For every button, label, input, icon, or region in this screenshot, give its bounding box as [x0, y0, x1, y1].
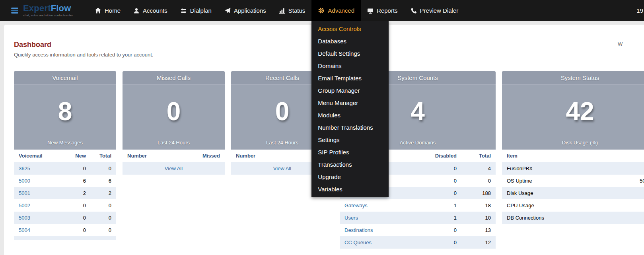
card-missed-calls: Missed Calls0Last 24 HoursNumberMissedVi…	[123, 71, 225, 175]
cell-link-cc-queues[interactable]: CC Queues	[344, 239, 372, 245]
nav-item-label: Applications	[234, 7, 266, 14]
missed-calls-hero: 0Last 24 Hours	[123, 85, 225, 150]
expertflow-logo[interactable]: ExpertFlow chat, voice and video contact…	[0, 0, 78, 21]
dropdown-item-variables[interactable]: Variables	[311, 183, 389, 195]
nav-item-label: Preview Dialer	[420, 7, 459, 14]
gear-icon	[318, 7, 325, 14]
nav-item-label: Reports	[377, 7, 398, 14]
table-cell: 0	[427, 236, 461, 249]
missed-calls-table: NumberMissedView All	[123, 150, 225, 175]
cell-link-gateways[interactable]: Gateways	[344, 202, 368, 208]
missed-calls-value: 0	[167, 83, 181, 140]
table-row: 500400	[14, 224, 116, 236]
dropdown-item-default-settings[interactable]: Default Settings	[311, 47, 389, 60]
nav-item-accounts[interactable]: Accounts	[127, 0, 174, 21]
table-cell: 0	[427, 162, 461, 175]
nav-item-status[interactable]: Status	[272, 0, 312, 21]
column-header: Item	[502, 150, 635, 162]
table-cell: 0	[68, 224, 91, 236]
table-row: CPU Usage	[502, 199, 644, 212]
cell-link-5001[interactable]: 5001	[19, 190, 30, 196]
nav-item-label: Advanced	[328, 7, 354, 14]
send-icon	[224, 8, 231, 14]
column-header: Missed	[196, 150, 225, 162]
cell-link-5004[interactable]: 5004	[19, 227, 30, 233]
cell-link-users[interactable]: Users	[344, 215, 358, 221]
cell-link-5000[interactable]: 5000	[19, 178, 30, 184]
nav-item-reports[interactable]: Reports	[361, 0, 404, 21]
dropdown-item-menu-manager[interactable]: Menu Manager	[311, 97, 389, 109]
dropdown-item-group-manager[interactable]: Group Manager	[311, 84, 389, 97]
dropdown-item-modules[interactable]: Modules	[311, 109, 389, 121]
table-row: Users110	[340, 212, 496, 224]
dropdown-item-sip-profiles[interactable]: SIP Profiles	[311, 146, 389, 158]
table-cell: 13	[461, 224, 496, 236]
recent-calls-view-all-link[interactable]: View All	[273, 165, 291, 171]
nav-item-advanced[interactable]: AdvancedAccess ControlsDatabasesDefault …	[311, 0, 361, 21]
table-cell: 1	[427, 199, 461, 212]
chart-icon	[279, 8, 285, 14]
voicemail-hero: 8New Messages	[14, 85, 116, 150]
table-cell: 0	[91, 199, 116, 212]
navbar: ExpertFlow chat, voice and video contact…	[0, 0, 644, 21]
table-cell	[635, 162, 644, 175]
system-status-value-label: Disk Usage (%)	[562, 140, 598, 146]
missed-calls-value-label: Last 24 Hours	[158, 140, 190, 146]
nav-item-dialplan[interactable]: Dialplan	[174, 0, 218, 21]
card-voicemail: Voicemail8New MessagesVoicemailNewTotal3…	[14, 71, 116, 240]
nav-item-label: Dialplan	[190, 7, 212, 14]
logo-flow: Flow	[51, 3, 71, 13]
dropdown-item-domains[interactable]: Domains	[311, 60, 389, 72]
expertflow-logo-icon	[11, 7, 19, 14]
nav-item-home[interactable]: Home	[88, 0, 127, 21]
voicemail-card-title: Voicemail	[14, 71, 116, 85]
logo-tagline: chat, voice and video contactcenter	[23, 14, 73, 17]
nav-item-label: Home	[105, 7, 121, 14]
home-icon	[95, 7, 101, 14]
dropdown-item-databases[interactable]: Databases	[311, 35, 389, 47]
voicemail-value-label: New Messages	[47, 140, 83, 146]
system-counts-value-label: Active Domains	[400, 140, 436, 146]
nav-menu: HomeAccountsDialplanApplicationsStatusAd…	[88, 0, 465, 21]
table-cell: FusionPBX	[502, 162, 635, 175]
table-cell: 0	[68, 162, 91, 175]
dropdown-item-upgrade[interactable]: Upgrade	[311, 171, 389, 183]
table-cell: 18	[461, 199, 496, 212]
cell-link-3625[interactable]: 3625	[19, 165, 30, 171]
table-cell: 0	[91, 224, 116, 236]
table-row: Disk Usage	[502, 187, 644, 199]
logo-name: ExpertFlow	[23, 4, 73, 13]
column-header: Disabled	[427, 150, 461, 162]
table-cell: Disk Usage	[502, 187, 635, 199]
system-status-hero: 42Disk Usage (%)	[502, 85, 644, 150]
cell-link-5003[interactable]: 5003	[19, 215, 30, 221]
welcome-text: W	[618, 41, 623, 47]
nav-item-preview-dialer[interactable]: Preview Dialer	[404, 0, 465, 21]
dropdown-item-access-controls[interactable]: Access Controls	[311, 23, 389, 35]
table-cell: 1	[427, 212, 461, 224]
table-row: 500300	[14, 212, 116, 224]
system-status-table: ItemFusionPBXOS Uptime50Disk UsageCPU Us…	[502, 150, 644, 224]
swap-icon	[180, 8, 187, 14]
table-cell: 0	[91, 162, 116, 175]
dropdown-item-email-templates[interactable]: Email Templates	[311, 72, 389, 84]
table-cell: 6	[91, 175, 116, 187]
table-row: 500122	[14, 187, 116, 199]
dropdown-item-settings[interactable]: Settings	[311, 134, 389, 146]
missed-calls-card-title: Missed Calls	[123, 71, 225, 85]
card-system-status: System Status42Disk Usage (%)ItemFusionP…	[502, 71, 644, 224]
table-cell: 12	[461, 236, 496, 249]
table-row: DB Connections	[502, 212, 644, 224]
cell-link-5002[interactable]: 5002	[19, 202, 30, 208]
column-header: Number	[231, 150, 313, 162]
table-cell: 6	[68, 175, 91, 187]
system-status-value: 42	[566, 83, 594, 140]
table-cell: CPU Usage	[502, 199, 635, 212]
cell-link-destinations[interactable]: Destinations	[344, 227, 373, 233]
dropdown-item-transactions[interactable]: Transactions	[311, 158, 389, 171]
nav-item-applications[interactable]: Applications	[218, 0, 272, 21]
dropdown-item-number-translations[interactable]: Number Translations	[311, 121, 389, 134]
logo-text: ExpertFlow chat, voice and video contact…	[23, 4, 73, 17]
table-cell: 0	[68, 199, 91, 212]
missed-calls-view-all-link[interactable]: View All	[165, 165, 183, 171]
